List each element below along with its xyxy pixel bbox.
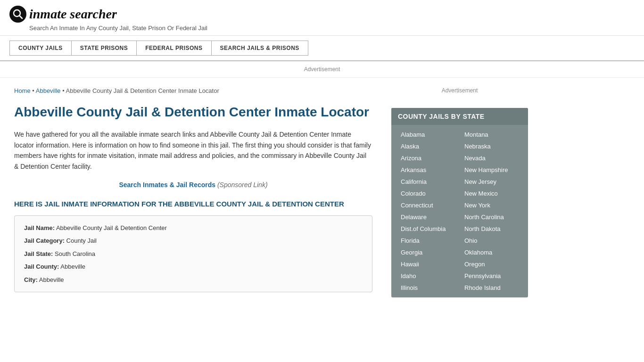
search-link-area: Search Inmates & Jail Records (Sponsored… xyxy=(14,181,372,189)
state-column-left: AlabamaAlaskaArizonaArkansasCaliforniaCo… xyxy=(396,129,460,294)
state-item[interactable]: Pennsylvania xyxy=(460,270,523,282)
ad-banner-top: Advertisement xyxy=(0,61,644,78)
state-item[interactable]: Florida xyxy=(396,235,460,247)
state-item[interactable]: Connecticut xyxy=(396,199,460,211)
state-item[interactable]: Hawaii xyxy=(396,258,460,270)
state-box-header: COUNTY JAILS BY STATE xyxy=(391,108,528,125)
state-item[interactable]: Idaho xyxy=(396,270,460,282)
state-item[interactable]: New York xyxy=(460,199,523,211)
breadcrumb: Home • Abbeville • Abbeville County Jail… xyxy=(14,87,372,94)
search-inmates-link[interactable]: Search Inmates & Jail Records xyxy=(119,181,215,189)
state-item[interactable]: Georgia xyxy=(396,247,460,258)
jail-category-value: County Jail xyxy=(66,237,97,244)
state-item[interactable]: Ohio xyxy=(460,235,523,247)
state-item[interactable]: California xyxy=(396,176,460,188)
header: inmate searcher Search An Inmate In Any … xyxy=(0,0,644,36)
state-item[interactable]: New Hampshire xyxy=(460,164,523,176)
jail-category-row: Jail Category: County Jail xyxy=(24,236,363,246)
state-item[interactable]: Alabama xyxy=(396,129,460,140)
breadcrumb-abbeville[interactable]: Abbeville xyxy=(36,87,61,94)
sidebar: Advertisement COUNTY JAILS BY STATE Alab… xyxy=(387,78,537,307)
state-item[interactable]: Colorado xyxy=(396,188,460,199)
jail-name-value: Abbeville County Jail & Detention Center xyxy=(56,224,167,231)
jail-county-row: Jail County: Abbeville xyxy=(24,262,363,272)
page-title: Abbeville County Jail & Detention Center… xyxy=(14,104,372,121)
state-item[interactable]: New Jersey xyxy=(460,176,523,188)
jail-category-label: Jail Category: xyxy=(24,237,65,244)
svg-line-1 xyxy=(19,16,22,18)
state-column-right: MontanaNebraskaNevadaNew HampshireNew Je… xyxy=(460,129,523,294)
nav-state-prisons[interactable]: STATE PRISONS xyxy=(71,41,136,56)
jail-county-label: Jail County: xyxy=(24,263,59,270)
nav-bar: COUNTY JAILS STATE PRISONS FEDERAL PRISO… xyxy=(0,36,644,61)
jail-city-value: Abbeville xyxy=(39,276,64,283)
state-item[interactable]: Oklahoma xyxy=(460,247,523,258)
jail-state-row: Jail State: South Carolina xyxy=(24,249,363,259)
state-item[interactable]: Nevada xyxy=(460,152,523,164)
state-item[interactable]: Dist.of Columbia xyxy=(396,223,460,235)
section-heading: HERE IS JAIL INMATE INFORMATION FOR THE … xyxy=(14,200,372,208)
state-item[interactable]: Arkansas xyxy=(396,164,460,176)
state-item[interactable]: Nebraska xyxy=(460,140,523,152)
breadcrumb-sep1: • xyxy=(31,87,36,94)
body-text: We have gathered for you all the availab… xyxy=(14,129,372,172)
state-item[interactable]: Alaska xyxy=(396,140,460,152)
main-layout: Home • Abbeville • Abbeville County Jail… xyxy=(0,78,644,307)
state-item[interactable]: Arizona xyxy=(396,152,460,164)
state-item[interactable]: North Dakota xyxy=(460,223,523,235)
state-box: COUNTY JAILS BY STATE AlabamaAlaskaArizo… xyxy=(391,108,528,297)
logo-area: inmate searcher xyxy=(9,6,635,23)
jail-city-row: City: Abbeville xyxy=(24,275,363,285)
jail-state-value: South Carolina xyxy=(55,250,95,257)
breadcrumb-home[interactable]: Home xyxy=(14,87,31,94)
jail-county-value: Abbeville xyxy=(60,263,85,270)
jail-name-row: Jail Name: Abbeville County Jail & Deten… xyxy=(24,223,363,233)
logo-text: inmate searcher xyxy=(29,7,117,22)
tagline: Search An Inmate In Any County Jail, Sta… xyxy=(29,25,635,32)
logo-icon xyxy=(9,6,26,23)
jail-city-label: City: xyxy=(24,276,38,283)
state-item[interactable]: North Carolina xyxy=(460,211,523,223)
state-box-title: COUNTY JAILS BY STATE xyxy=(398,113,521,120)
state-item[interactable]: Montana xyxy=(460,129,523,140)
state-item[interactable]: New Mexico xyxy=(460,188,523,199)
sidebar-ad-label: Advertisement xyxy=(391,82,528,99)
jail-state-label: Jail State: xyxy=(24,250,53,257)
state-item[interactable]: Illinois xyxy=(396,282,460,294)
breadcrumb-sep2: • xyxy=(61,87,66,94)
nav-federal-prisons[interactable]: FEDERAL PRISONS xyxy=(136,41,211,56)
state-item[interactable]: Rhode Island xyxy=(460,282,523,294)
jail-info-box: Jail Name: Abbeville County Jail & Deten… xyxy=(14,215,372,293)
nav-search-jails[interactable]: SEARCH JAILS & PRISONS xyxy=(211,41,308,56)
content-area: Home • Abbeville • Abbeville County Jail… xyxy=(0,78,387,307)
state-grid: AlabamaAlaskaArizonaArkansasCaliforniaCo… xyxy=(391,125,528,297)
breadcrumb-current: Abbeville County Jail & Detention Center… xyxy=(66,87,219,94)
sponsored-text: (Sponsored Link) xyxy=(217,181,268,189)
state-item[interactable]: Delaware xyxy=(396,211,460,223)
state-item[interactable]: Oregon xyxy=(460,258,523,270)
jail-name-label: Jail Name: xyxy=(24,224,55,231)
nav-county-jails[interactable]: COUNTY JAILS xyxy=(9,41,71,56)
